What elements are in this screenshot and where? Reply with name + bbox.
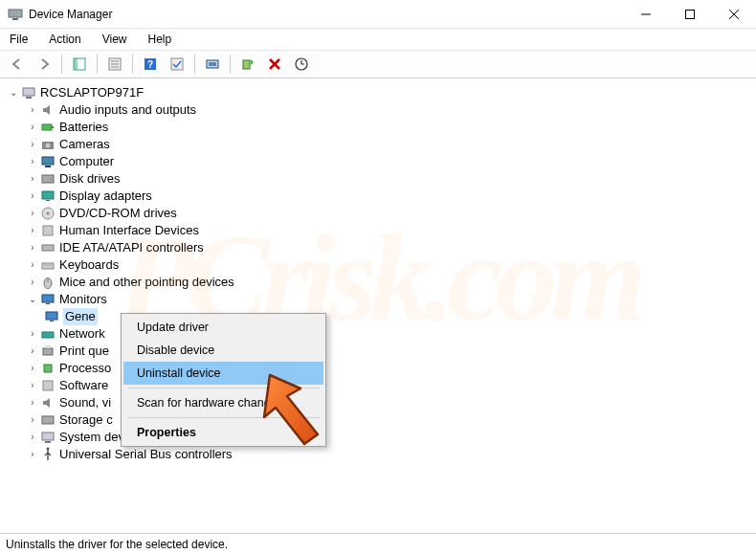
svg-rect-46 [43,348,53,355]
monitor-child[interactable]: Gene [4,308,752,325]
collapse-icon[interactable]: ⌄ [27,294,38,305]
tree-item[interactable]: ›Display adapters [4,188,752,205]
expand-icon[interactable]: › [27,156,38,167]
svg-rect-35 [43,226,53,235]
properties-button[interactable] [103,53,126,76]
maximize-button[interactable] [668,0,712,29]
tree-item[interactable]: ›Keyboards [4,256,752,274]
back-button[interactable] [6,53,29,76]
disk-icon [40,171,56,187]
tree-item[interactable]: ›Batteries [4,119,752,136]
menu-update-driver[interactable]: Update driver [123,316,323,339]
item-label: DVD/CD-ROM drives [59,205,177,222]
tree-item-monitors[interactable]: ⌄Monitors [4,291,752,308]
item-label: Universal Serial Bus controllers [59,446,233,463]
tree-item[interactable]: ›Print que [4,343,752,360]
minimize-button[interactable] [624,0,668,29]
menu-scan-hardware[interactable]: Scan for hardware change [123,391,323,414]
menu-properties[interactable]: Properties [123,421,323,444]
svg-rect-3 [686,10,695,18]
svg-text:?: ? [147,59,153,70]
menu-action[interactable]: Action [45,31,84,48]
expand-icon[interactable]: › [27,432,38,443]
svg-rect-41 [42,295,54,302]
expand-icon[interactable]: › [27,259,38,271]
status-text: Uninstalls the driver for the selected d… [6,538,228,551]
tree-item[interactable]: ›DVD/CD-ROM drives [4,205,752,222]
close-button[interactable] [712,0,756,29]
expand-icon[interactable]: › [27,277,38,288]
item-label: Audio inputs and outputs [59,101,196,119]
menu-uninstall-device[interactable]: Uninstall device [123,362,323,385]
svg-rect-28 [45,166,51,167]
menu-file[interactable]: File [6,31,32,48]
show-hide-tree-button[interactable] [68,53,91,76]
tree-item[interactable]: ›Storage c [4,411,752,429]
tree-item[interactable]: ›Computer [4,153,752,170]
expand-icon[interactable]: › [27,190,38,202]
svg-rect-43 [46,312,57,320]
computer-icon [21,85,36,100]
item-label: Gene [63,308,98,325]
expand-icon[interactable]: › [27,242,38,254]
expand-icon[interactable]: › [27,449,38,460]
svg-rect-14 [171,58,183,70]
expand-icon[interactable]: ⌄ [8,87,19,99]
item-label: Cameras [59,136,110,153]
expand-icon[interactable]: › [27,397,38,409]
svg-rect-22 [26,97,32,99]
forward-button[interactable] [33,53,56,76]
expand-icon[interactable]: › [27,225,38,236]
tree-item[interactable]: ›Cameras [4,136,752,153]
enable-button[interactable] [236,53,259,76]
expand-icon[interactable]: › [27,122,38,133]
tree-item[interactable]: ›Processo [4,360,752,377]
battery-icon [40,120,56,135]
tree-item[interactable]: ›IDE ATA/ATAPI controllers [4,239,752,256]
svg-rect-51 [42,432,54,440]
expand-icon[interactable]: › [27,328,38,340]
expand-icon[interactable]: › [27,345,38,357]
expand-icon[interactable]: › [27,414,38,426]
svg-rect-48 [44,365,52,372]
tree-item[interactable]: ›Mice and other pointing devices [4,274,752,291]
title-bar: Device Manager [0,0,756,29]
item-label: Network [59,325,105,343]
root-node[interactable]: ⌄ RCSLAPTOP971F [4,84,752,101]
toolbar-separator [132,55,133,74]
expand-icon[interactable]: › [27,104,38,116]
camera-icon [40,137,56,152]
expand-icon[interactable]: › [27,208,38,219]
software-icon [40,378,56,393]
scan-button[interactable] [201,53,224,76]
tree-item[interactable]: ›Network [4,325,752,343]
window-title: Device Manager [29,8,624,21]
svg-rect-36 [42,245,54,251]
tree-item[interactable]: ›Audio inputs and outputs [4,101,752,119]
tree-item[interactable]: ›Sound, vi [4,394,752,411]
expand-icon[interactable]: › [27,139,38,150]
menu-help[interactable]: Help [145,31,176,48]
expand-icon[interactable]: › [27,363,38,374]
svg-rect-50 [42,416,54,424]
uninstall-button[interactable] [263,53,286,76]
svg-rect-37 [42,263,54,269]
system-icon [40,430,56,445]
tree-item[interactable]: ›Human Interface Devices [4,222,752,239]
help-button[interactable]: ? [139,53,162,76]
storage-icon [40,412,56,428]
mouse-icon [40,275,56,290]
action-button[interactable] [166,53,189,76]
menu-view[interactable]: View [99,31,131,48]
svg-point-53 [47,448,50,451]
tree-item[interactable]: ›Universal Serial Bus controllers [4,446,752,463]
menu-disable-device[interactable]: Disable device [123,339,323,362]
update-button[interactable] [290,53,313,76]
audio-icon [40,102,56,118]
expand-icon[interactable]: › [27,173,38,185]
tree-item[interactable]: ›Software [4,377,752,394]
root-label: RCSLAPTOP971F [40,84,144,101]
tree-item[interactable]: ›System devices [4,429,752,446]
expand-icon[interactable]: › [27,380,38,391]
tree-item[interactable]: ›Disk drives [4,170,752,188]
